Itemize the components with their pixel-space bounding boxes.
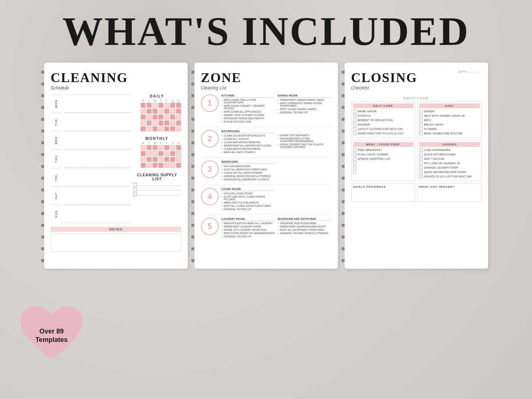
check-meal-blank-3: [353, 170, 356, 174]
zone-5-item-3: SHAKE OUT LAUNDRY ROOM RUG: [222, 229, 275, 231]
supply-item-1: [133, 183, 181, 187]
top-checklist-grid: SELF CARE DRINK WATER STRETCH MOMENT OF …: [351, 102, 482, 138]
chore-item-4: PUT LOAD OF LAUNDRY IN: [419, 162, 480, 165]
zone-5-right-title: MUDROOM AND ENTRYWAY: [278, 218, 331, 221]
chore-item-3: MOP / VACUUM: [419, 157, 480, 160]
chore-item-2: QUICK KITCHEN CLEAN: [419, 153, 480, 156]
check-bedtime: [419, 132, 423, 135]
check-mop-vacuum: [419, 157, 423, 160]
chores-section: CHORES LOAD DISHWASHER QUICK KITCHEN CLE…: [418, 140, 482, 181]
heart-text: Over 89 Templates: [35, 327, 68, 345]
meal-item-2: PLAN LUNCH / DINNER: [353, 153, 413, 156]
zone-5-item-5: GENERAL TIDYING UP: [222, 235, 275, 238]
zone-4-item-2: FLUFF AND SPOT CLEAN THROW PILLOWS: [222, 195, 275, 201]
zone-4-item-5: GENERAL TIDYING UP: [222, 208, 275, 211]
chore-item-5: CHANGE LAUNDRY OVER: [419, 166, 480, 169]
day-wed: WED: [55, 136, 57, 144]
check-fulfills: [353, 132, 356, 135]
zone-4-item-3: WASH AND FOLD BLANKETS: [222, 201, 275, 204]
day-header-t2: T: [158, 99, 163, 102]
heart-container: Over 89 Templates: [15, 302, 88, 370]
self-care-item-1: DRINK WATER: [353, 110, 413, 113]
zone-1-right-1: SWEEP/MOP UNDER DINING TABLE: [278, 99, 331, 101]
supply-item-2: [133, 188, 181, 191]
zone-4-item-1: VACUUM LIVING ROOM: [222, 192, 275, 195]
closing-card-title: CLOSING: [351, 70, 418, 85]
self-care-item-5: LAYOUT CLOTHES FOR NEXT DAY: [353, 127, 413, 131]
day-header-s2: S: [176, 99, 181, 102]
goals-section: GOALS PROGRESS: [351, 183, 415, 202]
kids-item-5: PYJAMAS: [419, 127, 480, 131]
zone-2-right-3: SPRAY DISINFECTANT ON PLASTIC SHOWER CUR…: [278, 143, 331, 148]
kids-item-3: BATH: [419, 119, 480, 122]
check-drink-water: [353, 110, 356, 113]
chores-title: CHORES: [419, 142, 480, 147]
check-update-shopping: [353, 157, 356, 160]
cleaning-card-title: CLEANING: [51, 70, 181, 85]
zone-2-item-2: CLEAN ALL TOILETS: [222, 138, 275, 140]
zone-2-right-2: ORGANIZE/DECLUTTER COUNTERTOPS/DRAWERS: [278, 137, 331, 142]
zone-5-item-2: SWEEP/MOP LAUNDRY ROOM: [222, 225, 275, 228]
self-care-title: SELF CARE: [353, 103, 413, 108]
zone-5-left-title: LAUNDRY ROOM: [222, 218, 275, 221]
day-thu: THU: [55, 155, 57, 162]
check-dishwasher: [419, 148, 423, 152]
chore-item-1: LOAD DISHWASHER: [419, 148, 480, 152]
day-mon: MON: [55, 99, 57, 107]
meal-item-1: PREP BREAKFAST: [353, 148, 413, 152]
day-sat: SAT: [55, 192, 57, 199]
day-header-f: F: [164, 99, 169, 102]
check-meal-blank-2: [353, 166, 356, 169]
meal-title: MEAL / FOOD PREP: [353, 142, 413, 147]
meal-item-4: [353, 162, 413, 165]
goals-grid: GOALS PROGRESS WHAT GOT MISSED?: [351, 183, 482, 202]
kids-item-1: DINNER: [419, 110, 480, 113]
kids-item-2: HELP WITH DINNER CLEAN UP: [419, 114, 480, 117]
zone-card-subtitle: Cleaning List: [201, 85, 331, 91]
kids-item-6: READ OR BEDTIME ROUTINE: [419, 132, 480, 135]
zone-number-3: 3: [201, 160, 219, 178]
zone-5-right-2: SWEEP/MOP MUDROOM AND ENTRY: [278, 225, 331, 228]
check-meal-blank-1: [353, 162, 356, 165]
self-care-item-2: STRETCH: [353, 114, 413, 117]
notes-label: NOTES: [51, 227, 181, 232]
daily-label: DAILY: [133, 94, 181, 98]
zone-3-item-2: DUST ALL BEDROOM FURNITURES: [222, 168, 275, 171]
check-layout: [353, 127, 356, 131]
day-header-w: W: [152, 99, 158, 102]
zone-number-1: 1: [201, 94, 219, 112]
day-header-m: M: [141, 99, 146, 102]
zone-3-item-4: GENERAL BEDROOM DECLUTTERING: [222, 175, 275, 177]
check-stretch: [353, 114, 356, 117]
supply-list-title: CLEANING SUPPLY LIST: [133, 173, 181, 181]
notes-section: NOTES: [51, 227, 181, 252]
zone-4-item-4: DUST ALL LIVING ROOM FURNITURES: [222, 205, 275, 207]
zone-1-item-2: WIPE DOWN CABINET / DRAWER FRONTS: [222, 105, 275, 110]
day-sun: SUN: [55, 210, 57, 218]
supply-checkbox-3: [133, 193, 137, 196]
zone-5: 5 LAUNDRY ROOM WASH/FOLD/PUSH AWAY ALL L…: [201, 218, 331, 241]
chore-item-6: QUICK BATHROOM WIPE DOWN: [419, 170, 480, 174]
daily-section: DAILY M T W T F S S: [133, 94, 181, 131]
day-header-s: S: [170, 99, 175, 102]
self-care-item-3: MOMENT OF REFLECTION: [353, 119, 413, 122]
zone-1-item-1: WIPE DOWN /DECLUTTER COUNTERTOPS: [222, 99, 275, 104]
heart-line2: Templates: [35, 336, 68, 343]
kids-section: KIDS DINNER HELP WITH DINNER CLEAN UP BA…: [418, 102, 482, 138]
self-care-section: SELF CARE DRINK WATER STRETCH MOMENT OF …: [351, 102, 415, 138]
check-shower: [353, 123, 356, 126]
chore-item-7: UPDATE TO DO LIST FOR NEXT DAY: [419, 175, 480, 178]
supply-checkbox-2: [133, 188, 137, 191]
zone-1-item-6: SCRUB KITCHEN SINK: [222, 120, 275, 123]
zone-5-item-1: WASH/FOLD/PUSH AWAY ALL LAUNDRY: [222, 222, 275, 225]
supply-checkbox-1: [133, 183, 137, 187]
cleaning-schedule-card: CLEANING Schedule MON TUE WED THU FRI: [44, 63, 188, 269]
check-kitchen-clean: [419, 153, 423, 156]
date-line: DATE............: [458, 70, 481, 73]
supply-list-section: CLEANING SUPPLY LIST: [133, 173, 181, 197]
zone-3: 3 BEDROOMS VACUUM BEDROOMS DUST ALL BEDR…: [201, 160, 331, 185]
notes-box: [51, 233, 181, 252]
zone-card-title: ZONE: [201, 70, 331, 85]
check-reflection: [353, 119, 356, 122]
zone-5-item-4: WIPE DOWN FRONT OF WASHER/DRYER: [222, 232, 275, 234]
